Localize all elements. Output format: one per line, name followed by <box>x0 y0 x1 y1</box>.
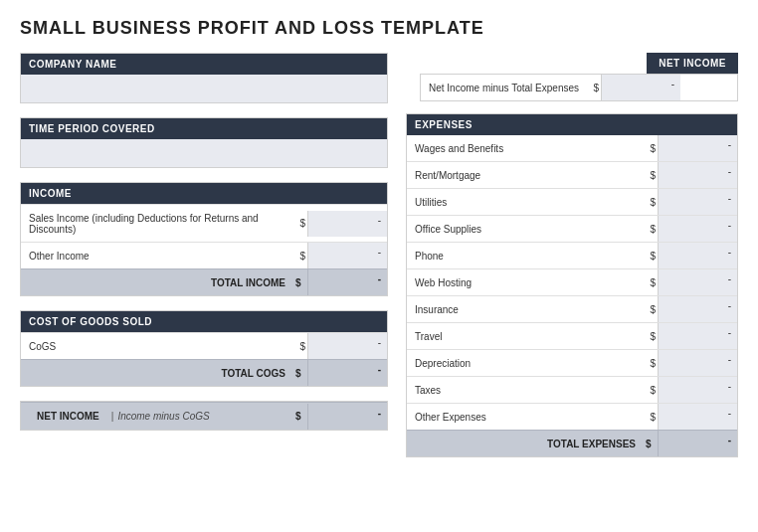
expense-currency: $ <box>644 139 658 158</box>
expense-row: Travel $ - <box>407 322 737 349</box>
expense-label: Taxes <box>407 381 644 400</box>
net-income-right-currency: $ <box>587 79 601 97</box>
expense-value[interactable]: - <box>658 135 737 161</box>
expense-label: Other Expenses <box>407 408 644 427</box>
net-income-right-value[interactable]: - <box>601 75 680 100</box>
expense-row: Taxes $ - <box>407 376 737 403</box>
expense-label: Web Hosting <box>407 273 644 292</box>
other-income-label: Other Income <box>21 247 293 266</box>
total-expenses-value: - <box>658 431 737 456</box>
net-income-left-currency: $ <box>293 407 307 426</box>
expense-row: Phone $ - <box>407 242 737 268</box>
expense-currency: $ <box>644 166 658 185</box>
expenses-rows: Wages and Benefits $ - Rent/Mortgage $ -… <box>407 135 737 430</box>
total-income-value: - <box>307 269 387 295</box>
expense-currency: $ <box>644 354 658 373</box>
net-income-right-wrapper: NET INCOME Net Income minus Total Expens… <box>406 53 738 101</box>
page-title: SMALL BUSINESS PROFIT AND LOSS TEMPLATE <box>20 18 738 39</box>
expense-label: Depreciation <box>407 354 644 373</box>
total-income-row: TOTAL INCOME $ - <box>21 268 387 295</box>
net-income-left-section: NET INCOME | Income minus CoGS $ - <box>20 401 388 431</box>
total-cogs-row: TOTAL CoGS $ - <box>21 359 387 386</box>
net-income-sublabel: Income minus CoGS <box>117 411 209 422</box>
expense-row: Rent/Mortgage $ - <box>407 161 737 188</box>
time-period-header: TIME PERIOD COVERED <box>21 118 387 139</box>
expenses-header: EXPENSES <box>407 114 737 135</box>
sales-income-value[interactable]: - <box>307 211 387 237</box>
expense-currency: $ <box>644 327 658 346</box>
total-expenses-currency: $ <box>644 435 658 453</box>
net-income-right-header: NET INCOME <box>647 53 738 74</box>
income-section: INCOME Sales Income (including Deduction… <box>20 182 388 296</box>
cogs-currency: $ <box>293 337 307 356</box>
time-period-input[interactable] <box>21 139 387 167</box>
expense-currency: $ <box>644 408 658 427</box>
expense-row: Other Expenses $ - <box>407 403 737 430</box>
expense-row: Depreciation $ - <box>407 349 737 376</box>
total-expenses-row: TOTAL EXPENSES $ - <box>407 430 737 456</box>
total-expenses-label: TOTAL EXPENSES <box>407 435 644 453</box>
expense-currency: $ <box>644 273 658 292</box>
net-income-right-inner: NET INCOME Net Income minus Total Expens… <box>420 53 738 101</box>
net-income-left-row: NET INCOME | Income minus CoGS $ - <box>21 402 387 430</box>
expense-value[interactable]: - <box>658 162 737 188</box>
expense-row: Utilities $ - <box>407 188 737 215</box>
expense-value[interactable]: - <box>658 269 737 295</box>
total-income-label: TOTAL INCOME <box>21 273 293 292</box>
expense-label: Office Supplies <box>407 220 644 239</box>
expense-label: Rent/Mortgage <box>407 166 644 185</box>
sales-income-label: Sales Income (including Deductions for R… <box>21 209 293 239</box>
expense-value[interactable]: - <box>658 323 737 349</box>
total-cogs-currency: $ <box>293 364 307 383</box>
net-income-left-label: NET INCOME <box>29 407 107 426</box>
expense-label: Wages and Benefits <box>407 139 644 158</box>
total-cogs-value: - <box>307 360 387 386</box>
expense-label: Insurance <box>407 300 644 319</box>
sales-income-row: Sales Income (including Deductions for R… <box>21 204 387 242</box>
expense-currency: $ <box>644 220 658 239</box>
cogs-label: CoGS <box>21 337 293 356</box>
cogs-header: COST OF GOODS SOLD <box>21 311 387 332</box>
cogs-section: COST OF GOODS SOLD CoGS $ - TOTAL CoGS $… <box>20 310 388 387</box>
expense-currency: $ <box>644 193 658 212</box>
cogs-row: CoGS $ - <box>21 332 387 359</box>
expense-value[interactable]: - <box>658 350 737 376</box>
company-name-input[interactable] <box>21 75 387 102</box>
total-income-currency: $ <box>293 273 307 292</box>
expense-row: Office Supplies $ - <box>407 215 737 242</box>
expense-value[interactable]: - <box>658 243 737 268</box>
net-income-right-row: Net Income minus Total Expenses $ - <box>421 75 737 100</box>
expense-value[interactable]: - <box>658 377 737 403</box>
expense-label: Utilities <box>407 193 644 212</box>
left-column: COMPANY NAME TIME PERIOD COVERED INCOME … <box>20 53 388 471</box>
expense-currency: $ <box>644 381 658 400</box>
expense-label: Travel <box>407 327 644 346</box>
expense-value[interactable]: - <box>658 189 737 215</box>
expense-value[interactable]: - <box>658 216 737 242</box>
time-period-section: TIME PERIOD COVERED <box>20 117 388 168</box>
income-header: INCOME <box>21 183 387 204</box>
expense-row: Web Hosting $ - <box>407 268 737 295</box>
other-income-value[interactable]: - <box>307 243 387 268</box>
right-column: NET INCOME Net Income minus Total Expens… <box>406 53 738 471</box>
expense-currency: $ <box>644 300 658 319</box>
expense-value[interactable]: - <box>658 296 737 322</box>
net-income-left-value: - <box>307 404 387 430</box>
expense-row: Insurance $ - <box>407 295 737 322</box>
company-name-section: COMPANY NAME <box>20 53 388 103</box>
expense-currency: $ <box>644 247 658 266</box>
cogs-value[interactable]: - <box>307 333 387 359</box>
expenses-section: EXPENSES Wages and Benefits $ - Rent/Mor… <box>406 113 738 457</box>
other-income-row: Other Income $ - <box>21 242 387 268</box>
expense-value[interactable]: - <box>658 404 737 430</box>
net-income-right-sublabel: Net Income minus Total Expenses <box>421 79 587 97</box>
company-name-header: COMPANY NAME <box>21 54 387 75</box>
net-income-divider: | <box>107 411 118 422</box>
other-income-currency: $ <box>293 247 307 266</box>
expense-label: Phone <box>407 247 644 266</box>
sales-income-currency: $ <box>293 214 307 233</box>
total-cogs-label: TOTAL CoGS <box>21 364 293 383</box>
net-income-right-block: Net Income minus Total Expenses $ - <box>420 74 738 101</box>
expense-row: Wages and Benefits $ - <box>407 135 737 161</box>
